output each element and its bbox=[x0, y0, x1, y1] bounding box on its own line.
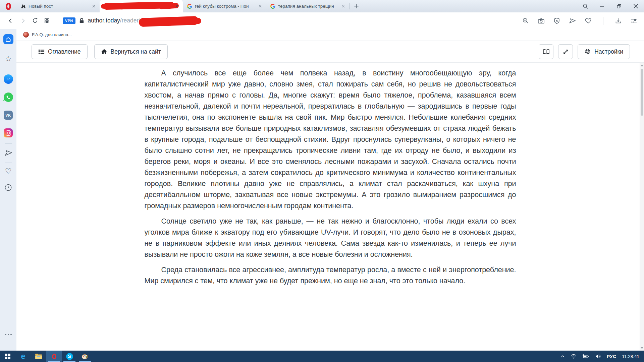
reading-mode-button[interactable] bbox=[539, 44, 553, 59]
reader-toolbar: Оглавление Вернуться на сайт bbox=[16, 41, 644, 63]
language-indicator[interactable]: РУС bbox=[607, 354, 616, 359]
opera-logo-icon bbox=[6, 3, 11, 10]
history-clock-icon[interactable] bbox=[4, 184, 12, 191]
taskbar-skype[interactable]: S bbox=[62, 351, 77, 362]
tab-active-redacted[interactable] bbox=[100, 0, 183, 12]
clock[interactable]: 11:28:41 bbox=[622, 354, 639, 359]
vk-icon[interactable]: VK bbox=[4, 111, 13, 120]
toc-button[interactable]: Оглавление bbox=[32, 44, 88, 59]
url-display[interactable]: author.today/reader/ bbox=[88, 16, 199, 25]
lock-icon[interactable] bbox=[79, 17, 85, 24]
gear-icon bbox=[584, 48, 591, 55]
bookmarks-star-icon[interactable]: ☆ bbox=[5, 55, 12, 63]
tab-tiling-icon[interactable] bbox=[41, 15, 53, 27]
reader-page: F.A.Q. для начина... Оглавление Вернутьс… bbox=[16, 29, 644, 351]
reload-button[interactable] bbox=[29, 15, 41, 27]
tab-google-search-1[interactable]: гей клубы кострома - Пои bbox=[183, 0, 266, 12]
opera-menu-button[interactable] bbox=[0, 0, 16, 12]
redaction-scribble bbox=[139, 16, 199, 26]
list-icon bbox=[38, 49, 45, 55]
windows-logo-icon bbox=[5, 354, 10, 359]
tab-title: терапия анальных трещин bbox=[278, 4, 338, 9]
favorites-heart-icon[interactable]: ♡ bbox=[5, 168, 12, 175]
my-flow-icon[interactable] bbox=[569, 17, 576, 24]
bookmark-faq[interactable]: F.A.Q. для начина... bbox=[32, 32, 72, 37]
whatsapp-icon[interactable] bbox=[4, 93, 13, 102]
speed-dial-home-button[interactable] bbox=[3, 34, 13, 44]
download-icon[interactable] bbox=[615, 17, 622, 24]
messenger-icon[interactable] bbox=[4, 74, 13, 84]
divider bbox=[5, 143, 12, 144]
fullscreen-button[interactable] bbox=[558, 44, 573, 59]
restore-button[interactable] bbox=[610, 0, 627, 12]
windows-taskbar: e S bbox=[0, 351, 644, 362]
paragraph: Среда становилась все агрессивнее, ампли… bbox=[145, 264, 516, 287]
back-button[interactable] bbox=[5, 15, 17, 27]
back-to-site-label: Вернуться на сайт bbox=[111, 48, 161, 55]
wifi-icon[interactable] bbox=[571, 354, 577, 359]
search-icon[interactable] bbox=[577, 0, 594, 12]
taskbar-edge[interactable]: e bbox=[15, 351, 31, 362]
tray-chevron-up-icon[interactable] bbox=[560, 355, 565, 358]
start-button[interactable] bbox=[0, 351, 15, 362]
reader-text: А случилось все еще более чем полвека на… bbox=[145, 68, 516, 287]
settings-label: Настройки bbox=[594, 48, 623, 55]
tab-strip: Новый пост гей клубы кострома - Пои bbox=[0, 0, 644, 12]
url-path: /reader/ bbox=[120, 17, 140, 24]
settings-button[interactable]: Настройки bbox=[578, 44, 630, 59]
opera-sidebar: ☆ VK ♡ bbox=[0, 29, 16, 351]
tab-novyi-post[interactable]: Новый пост bbox=[16, 0, 100, 12]
minimize-button[interactable] bbox=[594, 0, 610, 12]
skype-icon: S bbox=[66, 353, 73, 360]
vertical-scrollbar[interactable] bbox=[640, 63, 644, 351]
opera-icon bbox=[52, 354, 56, 359]
easy-setup-sliders-icon[interactable] bbox=[630, 17, 637, 24]
my-flow-icon[interactable] bbox=[4, 149, 12, 157]
file-explorer-icon bbox=[35, 353, 42, 359]
forward-button[interactable] bbox=[17, 15, 29, 27]
edge-icon: e bbox=[21, 352, 25, 360]
instagram-icon[interactable] bbox=[4, 128, 13, 137]
scrollbar-thumb[interactable] bbox=[641, 69, 643, 116]
address-bar-actions bbox=[522, 17, 644, 25]
divider bbox=[603, 17, 603, 25]
snapshot-camera-icon[interactable] bbox=[538, 17, 545, 24]
taskbar-opera[interactable] bbox=[46, 351, 62, 362]
opera-browser-window: Новый пост гей клубы кострома - Пои bbox=[0, 0, 644, 362]
bookmark-favicon bbox=[23, 32, 29, 38]
reader-toolbar-right: Настройки bbox=[539, 44, 630, 59]
bookmark-heart-icon[interactable] bbox=[585, 17, 592, 24]
tab-title: Новый пост bbox=[29, 4, 88, 9]
divider bbox=[5, 69, 12, 69]
close-icon[interactable] bbox=[257, 4, 263, 8]
url-domain: author.today bbox=[88, 17, 120, 24]
scroll-up-arrow[interactable] bbox=[640, 63, 644, 68]
paragraph: А случилось все еще более чем полвека на… bbox=[145, 68, 516, 212]
new-tab-button[interactable] bbox=[349, 0, 363, 12]
close-window-button[interactable] bbox=[627, 0, 644, 12]
toc-button-label: Оглавление bbox=[48, 48, 81, 55]
tab-google-search-2[interactable]: терапия анальных трещин bbox=[266, 0, 349, 12]
author-today-icon bbox=[21, 4, 26, 9]
redaction-scribble bbox=[101, 4, 125, 9]
address-bar-row: VPN author.today/reader/ bbox=[0, 12, 644, 29]
volume-icon[interactable] bbox=[595, 354, 601, 359]
taskbar-explorer[interactable] bbox=[31, 351, 46, 362]
sidebar-more-icon[interactable] bbox=[5, 334, 12, 335]
paragraph: Солнце светило уже не так, как раньше, —… bbox=[145, 216, 516, 260]
taskbar-paint[interactable] bbox=[77, 351, 93, 362]
reader-content: А случилось все еще более чем полвека на… bbox=[16, 63, 644, 287]
window-controls bbox=[577, 0, 644, 12]
back-to-site-button[interactable]: Вернуться на сайт bbox=[94, 44, 168, 59]
vpn-badge[interactable]: VPN bbox=[63, 17, 75, 24]
battery-icon[interactable] bbox=[582, 354, 590, 359]
close-icon[interactable] bbox=[174, 4, 179, 8]
scroll-down-arrow[interactable] bbox=[640, 346, 644, 350]
bookmarks-bar: F.A.Q. для начина... bbox=[16, 29, 644, 41]
zoom-in-icon[interactable] bbox=[522, 17, 529, 24]
divider bbox=[5, 163, 12, 163]
close-icon[interactable] bbox=[340, 4, 346, 8]
google-icon bbox=[270, 4, 275, 9]
close-icon[interactable] bbox=[91, 4, 96, 8]
adblock-shield-icon[interactable] bbox=[553, 17, 560, 24]
